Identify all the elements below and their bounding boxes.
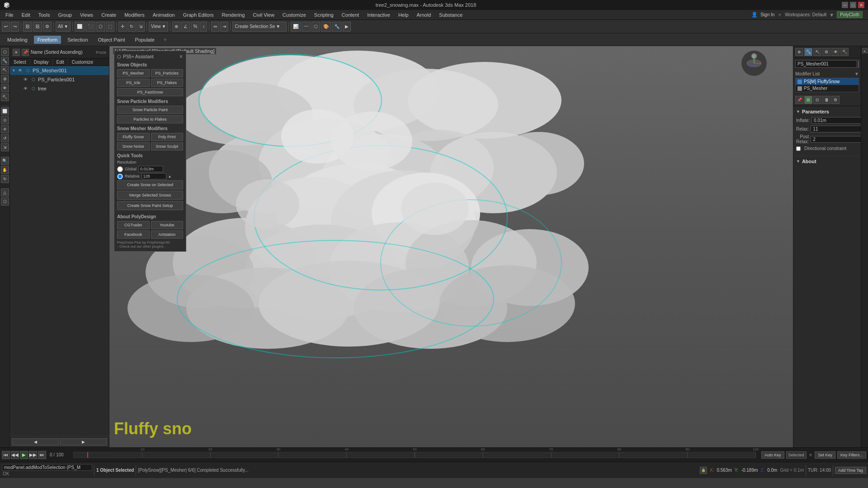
visibility-icon-ps-mesher001[interactable]: 👁 — [16, 67, 24, 74]
align-button[interactable]: ⇥ — [220, 22, 228, 32]
curve-editor-button[interactable]: 〰 — [302, 22, 311, 32]
menu-arnold[interactable]: Arnold — [413, 11, 435, 19]
move-icon[interactable]: ✛ — [1, 125, 9, 133]
menu-file[interactable]: File — [2, 11, 17, 19]
zoom-icon[interactable]: 🔍 — [1, 157, 9, 165]
menu-group[interactable]: Group — [54, 11, 75, 19]
menu-animation[interactable]: Animation — [149, 11, 179, 19]
tab-modeling[interactable]: Modeling — [4, 36, 31, 44]
menu-tools[interactable]: Tools — [35, 11, 54, 19]
play-button[interactable]: ▶ — [20, 451, 28, 459]
object-color-swatch[interactable] — [858, 61, 859, 68]
snow-particle-paint-button[interactable]: Snow Particle Paint — [117, 106, 183, 114]
display-icon[interactable]: 👁 — [1, 84, 9, 92]
tree-item-tree[interactable]: 👁 ⬡ tree — [15, 84, 109, 93]
visibility-icon-tree[interactable]: 👁 — [22, 85, 29, 92]
show-end-result-icon[interactable]: ⊞ — [804, 96, 812, 104]
close-button[interactable]: ✕ — [858, 2, 864, 8]
orbit-icon[interactable]: ↻ — [1, 175, 9, 183]
merge-selected-snows-button[interactable]: Merge Selected Snows — [117, 191, 183, 200]
menu-create[interactable]: Create — [98, 11, 120, 19]
inflate-input[interactable] — [811, 117, 861, 124]
scale-icon[interactable]: ⇲ — [1, 143, 9, 151]
select-icon[interactable]: ⬜ — [1, 107, 9, 115]
bind-space-warp[interactable]: ⚙ — [43, 22, 52, 32]
menu-views[interactable]: Views — [76, 11, 97, 19]
display-panel-icon[interactable]: 👁 — [831, 48, 840, 56]
ps5-close-button[interactable]: ✕ — [179, 54, 183, 60]
pan-icon[interactable]: ✋ — [1, 166, 9, 174]
make-unique-icon[interactable]: ⊡ — [813, 96, 821, 104]
tab-populate[interactable]: Populate — [131, 36, 158, 44]
go-to-end-button[interactable]: ⏭ — [38, 451, 46, 459]
far-right-top-icon[interactable]: ▲ — [862, 48, 868, 53]
ps-mesher-button[interactable]: PS_Mesher — [117, 69, 150, 77]
params-arrow-icon[interactable]: ▼ — [796, 109, 800, 114]
snow-sculpt-button[interactable]: Snow Sculpt — [151, 142, 184, 150]
scene-nav-btn[interactable]: ▶ — [60, 438, 108, 446]
tab-display[interactable]: Display — [30, 59, 53, 66]
unlink-button[interactable]: ⛓ — [33, 22, 42, 32]
create-icon[interactable]: ⬡ — [1, 48, 9, 56]
relax-input[interactable] — [811, 126, 861, 132]
select-lasso-button[interactable]: ⬡ — [96, 22, 105, 32]
menu-graph-editors[interactable]: Graph Editors — [179, 11, 217, 19]
menu-civil-view[interactable]: Civil View — [249, 11, 278, 19]
menu-rendering[interactable]: Rendering — [218, 11, 249, 19]
rotate-icon[interactable]: ↺ — [1, 134, 9, 142]
ps-flakes-button[interactable]: PS_Flakes — [151, 79, 184, 87]
redo-button[interactable]: ↪ — [11, 22, 19, 32]
relative-radio[interactable] — [117, 174, 123, 179]
viewport[interactable]: [+] [Perspective] [Standard] [Default Sh… — [109, 46, 793, 447]
facebook-button[interactable]: Facebook — [117, 230, 150, 239]
hierarchy-panel-icon[interactable]: ⛏ — [813, 48, 821, 56]
window-controls[interactable]: ─ □ ✕ — [842, 2, 864, 8]
selection-set-dropdown[interactable]: Create Selection Se ▼ — [232, 22, 287, 32]
post-relax-input[interactable] — [811, 136, 861, 143]
global-value-input[interactable] — [138, 166, 163, 172]
ps-fastsnow-button[interactable]: PS_FastSnow — [117, 88, 183, 96]
tab-object-paint[interactable]: Object Paint — [94, 36, 129, 44]
spinner-snap-button[interactable]: ↕ — [200, 22, 207, 32]
particles-to-flakes-button[interactable]: Particles to Flakes — [117, 115, 183, 123]
artstation-button[interactable]: Artstation — [151, 230, 184, 239]
render-setup-button[interactable]: 🔧 — [332, 22, 342, 32]
select-object-button[interactable]: ⬜ — [75, 22, 85, 32]
link-button[interactable]: ⛓ — [23, 22, 32, 32]
schematic-button[interactable]: ⬡ — [311, 22, 320, 32]
window-crossing-button[interactable]: ⬚ — [106, 22, 114, 32]
prev-frame-button[interactable]: ◀◀ — [11, 451, 19, 459]
minimize-button[interactable]: ─ — [842, 2, 848, 8]
menu-content[interactable]: Content — [338, 11, 363, 19]
render-button[interactable]: ▶ — [343, 22, 351, 32]
ps-particles-button[interactable]: PS_Particles — [151, 69, 184, 77]
visibility-icon-ps-particles001[interactable]: 👁 — [22, 76, 29, 83]
tab-selection[interactable]: Selection — [64, 36, 91, 44]
select-move-button[interactable]: ✛ — [118, 22, 127, 32]
hierarchy-icon[interactable]: ⛏ — [1, 66, 9, 74]
modifier-item-ps-mesher[interactable]: PS_Mesher — [796, 85, 859, 92]
menu-interactive[interactable]: Interactive — [363, 11, 394, 19]
cgtrader-button[interactable]: CGTrader — [117, 221, 150, 229]
create-panel-icon[interactable]: ⊕ — [795, 48, 803, 56]
snow-noise-button[interactable]: Snow Noise — [117, 142, 150, 150]
youtube-button[interactable]: Youtube — [151, 221, 184, 229]
menu-modifiers[interactable]: Modifiers — [121, 11, 148, 19]
graph-editor-button[interactable]: 📊 — [291, 22, 301, 32]
modify-panel-icon[interactable]: 🔧 — [804, 48, 812, 56]
set-key-button[interactable]: Set Key — [815, 451, 835, 459]
percent-snap-button[interactable]: % — [191, 22, 199, 32]
view-dropdown[interactable]: View ▼ — [149, 22, 168, 32]
pin-panel-icon[interactable]: 📌 — [22, 49, 29, 56]
command-input[interactable] — [2, 464, 92, 471]
add-time-tag-button[interactable]: Add Time Tag — [835, 467, 866, 474]
global-radio[interactable] — [117, 166, 123, 172]
coord-lock-button[interactable]: 🔒 — [700, 467, 707, 474]
motion-icon[interactable]: ⚙ — [1, 75, 9, 83]
workspace-dropdown-icon[interactable]: ▼ — [829, 12, 834, 18]
modifier-item-fluffy-snow[interactable]: PS[M] FluffySnow — [796, 78, 859, 85]
geometry-icon[interactable]: ⬡ — [1, 197, 9, 206]
relative-up-icon[interactable]: ▲ — [168, 174, 172, 178]
scale-button[interactable]: ⇲ — [137, 22, 145, 32]
menu-edit[interactable]: Edit — [18, 11, 34, 19]
